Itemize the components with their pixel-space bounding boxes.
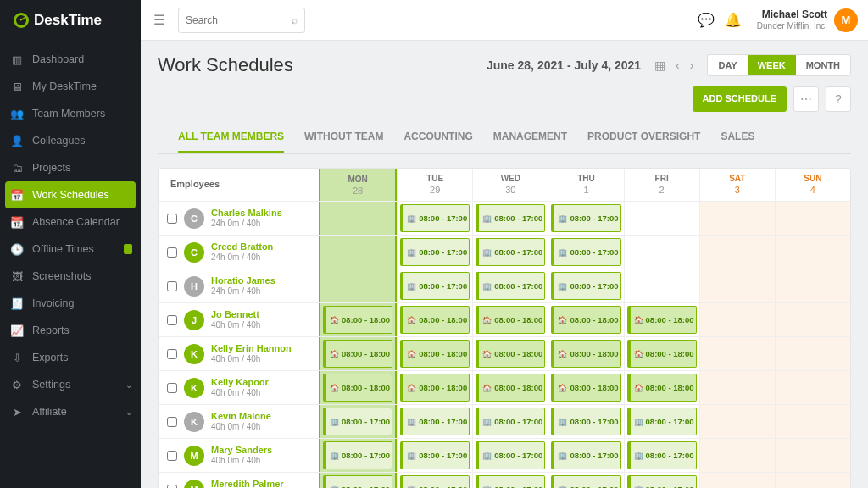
row-checkbox[interactable] <box>167 417 177 427</box>
row-checkbox[interactable] <box>167 349 177 359</box>
day-cell[interactable] <box>699 202 775 235</box>
day-cell[interactable]: 🏠08:00 - 18:00 <box>397 371 472 404</box>
nav-affiliate[interactable]: ➤Affiliate⌄ <box>0 398 141 425</box>
prev-arrow-icon[interactable]: ‹ <box>670 55 685 75</box>
nav-team-members[interactable]: 👥Team Members <box>0 100 141 127</box>
shift-office[interactable]: 🏢08:00 - 17:00 <box>627 475 697 488</box>
day-cell[interactable]: 🏢08:00 - 17:00 <box>548 405 623 438</box>
day-cell[interactable] <box>775 405 850 438</box>
day-cell[interactable] <box>775 269 850 302</box>
shift-home[interactable]: 🏠08:00 - 18:00 <box>476 340 545 368</box>
nav-my-desktime[interactable]: 🖥My DeskTime <box>0 73 141 100</box>
day-cell[interactable]: 🏢08:00 - 17:00 <box>319 473 397 488</box>
day-cell[interactable]: 🏢08:00 - 17:00 <box>319 439 397 472</box>
shift-home[interactable]: 🏠08:00 - 18:00 <box>323 340 392 368</box>
day-cell[interactable] <box>319 269 397 302</box>
tab-without-team[interactable]: WITHOUT TEAM <box>304 122 383 153</box>
shift-office[interactable]: 🏢08:00 - 17:00 <box>476 238 545 266</box>
shift-home[interactable]: 🏠08:00 - 18:00 <box>551 340 620 368</box>
day-cell[interactable]: 🏠08:00 - 18:00 <box>319 303 397 336</box>
row-checkbox[interactable] <box>167 281 177 291</box>
shift-office[interactable]: 🏢08:00 - 17:00 <box>551 204 620 232</box>
shift-office[interactable]: 🏢08:00 - 17:00 <box>400 475 470 488</box>
nav-exports[interactable]: ⇩Exports <box>0 344 141 371</box>
shift-home[interactable]: 🏠08:00 - 18:00 <box>627 374 697 402</box>
day-cell[interactable]: 🏢08:00 - 17:00 <box>548 202 623 235</box>
next-arrow-icon[interactable]: › <box>685 55 699 75</box>
shift-office[interactable]: 🏢08:00 - 17:00 <box>400 272 470 300</box>
chat-icon[interactable]: 💬 <box>693 12 720 28</box>
day-cell[interactable]: 🏠08:00 - 18:00 <box>624 337 699 370</box>
day-cell[interactable]: 🏠08:00 - 18:00 <box>319 371 397 404</box>
shift-office[interactable]: 🏢08:00 - 17:00 <box>400 204 470 232</box>
hamburger-icon[interactable]: ☰ <box>149 12 170 28</box>
nav-projects[interactable]: 🗂Projects <box>0 154 141 181</box>
tab-management[interactable]: MANAGEMENT <box>493 122 567 153</box>
day-cell[interactable]: 🏠08:00 - 18:00 <box>472 337 548 370</box>
day-cell[interactable] <box>775 337 850 370</box>
shift-office[interactable]: 🏢08:00 - 17:00 <box>476 272 545 300</box>
shift-home[interactable]: 🏠08:00 - 18:00 <box>551 306 620 334</box>
shift-home[interactable]: 🏠08:00 - 18:00 <box>627 306 697 334</box>
more-button[interactable]: ⋯ <box>793 86 819 112</box>
day-cell[interactable]: 🏢08:00 - 17:00 <box>624 405 699 438</box>
search-box[interactable]: ⌕ <box>178 8 305 33</box>
day-cell[interactable] <box>624 236 699 269</box>
shift-office[interactable]: 🏢08:00 - 17:00 <box>400 408 470 435</box>
day-cell[interactable]: 🏠08:00 - 18:00 <box>624 371 699 404</box>
day-cell[interactable]: 🏢08:00 - 17:00 <box>548 269 623 302</box>
shift-home[interactable]: 🏠08:00 - 18:00 <box>323 374 392 402</box>
day-cell[interactable]: 🏢08:00 - 17:00 <box>472 202 548 235</box>
day-cell[interactable] <box>775 236 850 269</box>
day-cell[interactable] <box>699 269 775 302</box>
employee-name[interactable]: Kelly Kapoor <box>211 377 269 388</box>
day-cell[interactable]: 🏠08:00 - 18:00 <box>397 337 472 370</box>
user-avatar[interactable]: M <box>834 8 858 32</box>
employee-name[interactable]: Jo Bennett <box>211 309 260 320</box>
employee-name[interactable]: Creed Bratton <box>211 241 273 252</box>
day-cell[interactable]: 🏠08:00 - 18:00 <box>624 303 699 336</box>
employee-name[interactable]: Mary Sanders <box>211 445 272 456</box>
day-cell[interactable] <box>775 303 850 336</box>
row-checkbox[interactable] <box>167 247 177 258</box>
shift-home[interactable]: 🏠08:00 - 18:00 <box>400 340 470 368</box>
day-cell[interactable]: 🏠08:00 - 18:00 <box>472 371 548 404</box>
day-cell[interactable] <box>699 405 775 438</box>
nav-offline-times[interactable]: 🕒Offline Times <box>0 236 141 263</box>
view-day[interactable]: DAY <box>708 55 747 75</box>
shift-office[interactable]: 🏢08:00 - 17:00 <box>400 238 470 266</box>
user-block[interactable]: Michael Scott Dunder Mifflin, Inc. <box>757 8 827 30</box>
day-cell[interactable]: 🏢08:00 - 17:00 <box>397 473 472 488</box>
day-cell[interactable]: 🏢08:00 - 17:00 <box>472 439 548 472</box>
brand-logo[interactable]: DeskTime <box>0 0 141 41</box>
day-cell[interactable]: 🏠08:00 - 18:00 <box>397 303 472 336</box>
row-checkbox[interactable] <box>167 383 177 393</box>
nav-reports[interactable]: 📈Reports <box>0 317 141 344</box>
day-cell[interactable] <box>775 439 850 472</box>
day-cell[interactable] <box>319 202 397 235</box>
day-cell[interactable] <box>699 236 775 269</box>
day-cell[interactable]: 🏢08:00 - 17:00 <box>472 405 548 438</box>
day-cell[interactable]: 🏢08:00 - 17:00 <box>472 269 548 302</box>
shift-home[interactable]: 🏠08:00 - 18:00 <box>476 374 545 402</box>
shift-office[interactable]: 🏢08:00 - 17:00 <box>323 441 392 469</box>
employee-name[interactable]: Kevin Malone <box>211 411 271 422</box>
search-icon[interactable]: ⌕ <box>292 14 298 26</box>
day-cell[interactable]: 🏢08:00 - 17:00 <box>624 473 699 488</box>
day-cell[interactable]: 🏢08:00 - 17:00 <box>397 405 472 438</box>
shift-office[interactable]: 🏢08:00 - 17:00 <box>627 441 697 469</box>
day-cell[interactable]: 🏠08:00 - 18:00 <box>548 303 623 336</box>
day-cell[interactable]: 🏠08:00 - 18:00 <box>548 337 623 370</box>
tab-all-team-members[interactable]: ALL TEAM MEMBERS <box>178 122 284 153</box>
tab-accounting[interactable]: ACCOUNTING <box>403 122 472 153</box>
day-cell[interactable]: 🏢08:00 - 17:00 <box>397 439 472 472</box>
day-cell[interactable] <box>699 303 775 336</box>
help-button[interactable]: ? <box>826 86 851 112</box>
shift-home[interactable]: 🏠08:00 - 18:00 <box>476 306 545 334</box>
employee-name[interactable]: Charles Malkins <box>211 208 282 219</box>
day-cell[interactable]: 🏢08:00 - 17:00 <box>397 269 472 302</box>
day-cell[interactable]: 🏢08:00 - 17:00 <box>548 439 623 472</box>
employee-name[interactable]: Horatio James <box>211 275 275 286</box>
day-cell[interactable]: 🏢08:00 - 17:00 <box>397 236 472 269</box>
day-cell[interactable] <box>624 269 699 302</box>
